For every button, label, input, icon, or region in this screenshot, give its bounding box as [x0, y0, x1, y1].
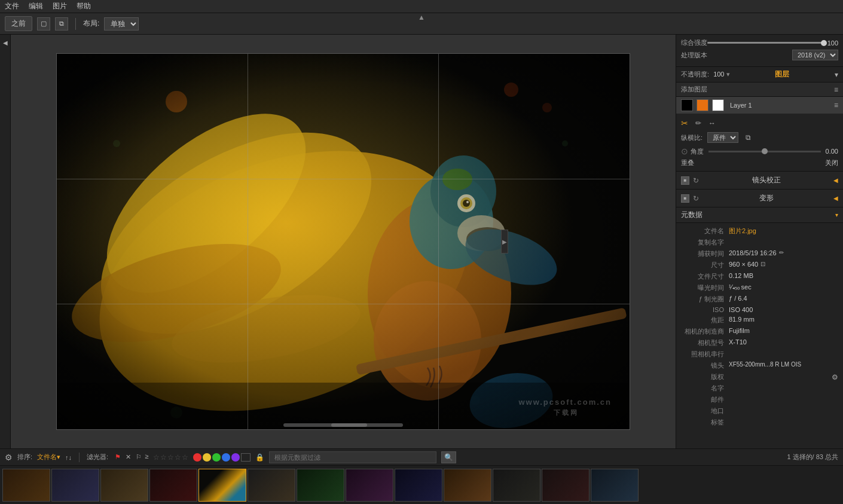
star-4[interactable]: ☆ [175, 453, 181, 462]
filmstrip-thumb-12[interactable] [542, 469, 590, 502]
filmstrip-thumb-10[interactable] [444, 469, 491, 502]
filmstrip-thumb-13[interactable] [591, 469, 639, 502]
flag-red-icon[interactable]: ⚑ [113, 453, 123, 462]
filmstrip-thumb-2[interactable] [51, 469, 99, 502]
version-row: 处理版本 2018 (v2) 2012 (v1) [681, 50, 838, 60]
search-button[interactable]: 🔍 [441, 451, 456, 463]
menu-bar: 文件 编辑 图片 帮助 [0, 0, 843, 13]
meta-focal-key: 焦距 [681, 316, 729, 325]
color-dot-green[interactable] [212, 453, 221, 462]
metadata-header[interactable]: 元数据 ▾ [676, 207, 843, 223]
layer-item[interactable]: Layer 1 ≡ [676, 97, 843, 114]
metadata-collapse-arrow[interactable]: ▾ [835, 212, 838, 218]
meta-size-crop-icon[interactable]: ⊡ [760, 261, 765, 267]
meta-size: 尺寸 960 × 640 ⊡ [676, 259, 843, 271]
transform-collapse-arrow[interactable]: ◀ [833, 195, 838, 201]
angle-indicator-icon: ⊙ [681, 146, 688, 156]
lock-icon[interactable]: 🔒 [255, 453, 264, 462]
collapse-top-icon[interactable]: ▲ [418, 13, 425, 22]
meta-filename: 文件名 图片2.jpg [676, 225, 843, 237]
layer-name: Layer 1 [730, 102, 830, 109]
menu-help[interactable]: 帮助 [77, 1, 91, 11]
star-buttons: ☆ ☆ ☆ ☆ ☆ [153, 453, 188, 462]
white-square-icon[interactable]: ▢ [37, 17, 50, 30]
layer-options-icon[interactable]: ≡ [834, 101, 838, 109]
filmstrip-thumb-4[interactable] [149, 469, 197, 502]
filmstrip-thumb-7[interactable] [297, 469, 344, 502]
crop-pencil-icon[interactable]: ✏ [693, 118, 704, 129]
filmstrip-thumb-3[interactable] [100, 469, 148, 502]
main-area: ◀ [0, 35, 843, 448]
right-panel-collapse[interactable]: ▶ [501, 230, 508, 253]
layout-select[interactable]: 单独 双联 [104, 17, 139, 30]
filmstrip-thumb-1[interactable] [2, 469, 50, 502]
menu-edit[interactable]: 编辑 [29, 1, 43, 11]
lens-collapse-arrow[interactable]: ◀ [833, 177, 838, 184]
sort-value[interactable]: 文件名▾ [37, 453, 60, 462]
filmstrip-thumb-6[interactable] [248, 469, 295, 502]
split-icon[interactable]: ⧉ [55, 17, 68, 30]
flag-buttons: ⚑ ✕ ⚐ ≥ [113, 453, 148, 462]
angle-slider[interactable] [708, 151, 821, 152]
ratio-copy-icon[interactable]: ⧉ [746, 133, 751, 142]
star-5[interactable]: ☆ [182, 453, 188, 462]
transform-refresh-icon[interactable]: ↻ [693, 194, 699, 203]
angle-label: 角度 [691, 147, 704, 156]
flag-normal-icon[interactable]: ⚐ [134, 453, 143, 462]
meta-filesize-key: 文件尺寸 [681, 272, 729, 281]
flag-x-icon[interactable]: ✕ [124, 453, 133, 462]
canvas-hscroll[interactable] [283, 420, 403, 427]
menu-image[interactable]: 图片 [53, 1, 67, 11]
meta-rights: 版权 ⚙ [676, 371, 843, 383]
color-dot-purple[interactable] [231, 453, 240, 462]
meta-shutter-val: ¹⁄₄₅₀ sec [729, 283, 752, 291]
meta-iso: ISO ISO 400 [676, 305, 843, 314]
filter-label: 滤光器: [87, 453, 108, 462]
color-dot-blue[interactable] [222, 453, 230, 462]
meta-shutter-key: 曝光时间 [681, 283, 729, 292]
meta-rights-gear-icon[interactable]: ⚙ [832, 373, 838, 381]
color-dot-none[interactable] [241, 453, 251, 462]
crop-tools: ✏ ↔ [693, 118, 718, 129]
overlay-value: 关闭 [825, 158, 838, 167]
settings-gear-icon[interactable]: ⚙ [5, 453, 13, 462]
lens-refresh-icon[interactable]: ↻ [693, 176, 699, 185]
version-select[interactable]: 2018 (v2) 2012 (v1) [792, 50, 838, 60]
filmstrip-thumb-9[interactable] [395, 469, 442, 502]
meta-capturetime-edit-icon[interactable]: ✏ [779, 249, 784, 256]
meta-name-key: 名字 [681, 384, 729, 393]
meta-copyname-key: 复制名字 [681, 238, 729, 247]
sort-asc-icon[interactable]: ↑↓ [65, 454, 72, 461]
star-3[interactable]: ☆ [167, 453, 174, 462]
meta-model-val: X-T10 [729, 338, 747, 346]
color-dot-yellow[interactable] [203, 453, 211, 462]
transform-label: 变形 [759, 193, 774, 203]
meta-focal: 焦距 81.9 mm [676, 314, 843, 326]
meta-size-key: 尺寸 [681, 261, 729, 270]
meta-filesize: 文件尺寸 0.12 MB [676, 271, 843, 282]
lens-correction-header[interactable]: ■ ↻ 镜头校正 ◀ [676, 172, 843, 190]
meta-label-key: 标签 [681, 418, 729, 427]
image-container: www.pcsoft.com.cn 下 载 网 [56, 53, 630, 430]
meta-model-key: 相机型号 [681, 338, 729, 347]
color-dot-red[interactable] [193, 453, 201, 462]
filmstrip-thumb-5-active[interactable] [198, 469, 246, 502]
meta-maker-key: 相机的制造商 [681, 327, 729, 336]
metadata-search-input[interactable] [269, 451, 436, 463]
before-button[interactable]: 之前 [5, 16, 32, 31]
add-layer-menu-icon[interactable]: ≡ [834, 85, 838, 94]
ratio-select[interactable]: 原件 1:1 4:3 16:9 [707, 132, 738, 143]
left-sidebar-expand[interactable]: ◀ [2, 39, 8, 46]
star-1[interactable]: ☆ [153, 453, 160, 462]
version-label: 处理版本 [681, 51, 707, 60]
layers-expand[interactable]: ▾ [835, 71, 838, 79]
filmstrip-thumb-8[interactable] [346, 469, 393, 502]
crop-straighten-icon[interactable]: ↔ [706, 118, 718, 129]
filmstrip-thumb-11[interactable] [493, 469, 540, 502]
meta-rights-key: 版权 [681, 372, 729, 381]
transform-header[interactable]: ■ ↻ 变形 ◀ [676, 190, 843, 207]
menu-file[interactable]: 文件 [5, 1, 19, 11]
status-divider1 [79, 453, 80, 462]
star-2[interactable]: ☆ [160, 453, 167, 462]
strength-slider[interactable] [707, 42, 824, 44]
